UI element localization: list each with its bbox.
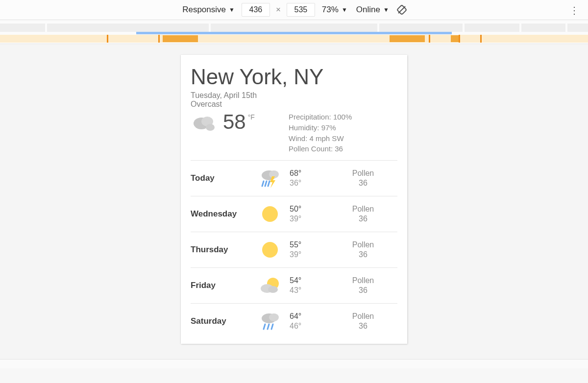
forecast-pollen-label: Pollen: [329, 204, 397, 214]
forecast-temps: 64° 46°: [290, 311, 329, 331]
svg-line-19: [268, 324, 269, 329]
zoom-label: 73%: [322, 5, 339, 15]
resize-handle-bottom[interactable]: ══: [285, 341, 302, 344]
forecast-pollen: Pollen 36: [329, 276, 397, 295]
svg-line-8: [262, 181, 264, 186]
location-title: New York, NY: [191, 65, 397, 89]
forecast-row: Wednesday 50° 39° Pollen 36: [191, 196, 397, 232]
weather-card: New York, NY Tuesday, April 15th Overcas…: [181, 55, 407, 339]
chevron-down-icon: ▼: [383, 6, 389, 13]
svg-point-4: [206, 124, 215, 131]
forecast-hi: 64°: [290, 311, 329, 321]
device-mode-dropdown[interactable]: Responsive ▼: [180, 4, 237, 16]
throttle-dropdown[interactable]: Online ▼: [354, 4, 391, 16]
device-mode-label: Responsive: [182, 5, 226, 15]
humidity-label: Humidity:: [289, 123, 319, 132]
overcast-icon: [191, 112, 218, 135]
forecast-lo: 39°: [290, 214, 329, 224]
device-frame: New York, NY Tuesday, April 15th Overcas…: [181, 55, 407, 344]
forecast-temps: 68° 36°: [290, 168, 329, 188]
forecast-pollen-label: Pollen: [329, 311, 397, 321]
viewport-width-input[interactable]: [242, 3, 270, 17]
svg-point-17: [269, 313, 279, 321]
forecast-pollen-label: Pollen: [329, 168, 397, 178]
forecast-temps: 50° 39°: [290, 204, 329, 224]
wind-value: 4 mph SW: [310, 134, 344, 143]
forecast-hi: 68°: [290, 168, 329, 178]
forecast-lo: 39°: [290, 250, 329, 260]
precipitation-value: 100%: [333, 113, 352, 121]
condition-label: Overcast: [191, 100, 397, 109]
precipitation-label: Precipitation:: [289, 113, 331, 121]
chevron-down-icon: ▼: [342, 6, 347, 13]
forecast-pollen: Pollen 36: [329, 204, 397, 224]
forecast-row: Today 68° 36°: [191, 160, 397, 196]
forecast-temps: 55° 39°: [290, 240, 329, 260]
status-bar: [0, 359, 588, 368]
device-ruler: [0, 20, 588, 44]
svg-point-15: [268, 286, 278, 293]
sunny-icon: [250, 203, 290, 225]
forecast-day: Saturday: [191, 316, 250, 326]
forecast-list: Today 68° 36°: [191, 160, 397, 339]
rotate-icon[interactable]: [396, 4, 408, 16]
forecast-hi: 54°: [290, 276, 329, 286]
forecast-day: Wednesday: [191, 209, 250, 219]
svg-point-12: [262, 242, 278, 258]
forecast-hi: 50°: [290, 204, 329, 214]
dimension-separator: ×: [275, 5, 282, 15]
rain-icon: [250, 311, 290, 332]
device-viewport-area: New York, NY Tuesday, April 15th Overcas…: [0, 44, 588, 368]
forecast-day: Thursday: [191, 245, 250, 255]
more-vert-icon[interactable]: ⋮: [569, 4, 579, 16]
forecast-row: Thursday 55° 39° Pollen 36: [191, 232, 397, 267]
forecast-row: Saturday 64° 46°: [191, 303, 397, 339]
forecast-pollen-value: 36: [329, 250, 397, 260]
forecast-lo: 36°: [290, 178, 329, 188]
ruler-row-2: [0, 34, 588, 44]
ruler-row-1: [0, 22, 588, 34]
thunder-rain-icon: [250, 168, 290, 189]
forecast-pollen-label: Pollen: [329, 240, 397, 250]
forecast-pollen: Pollen 36: [329, 168, 397, 188]
svg-point-11: [262, 206, 278, 222]
forecast-lo: 43°: [290, 286, 329, 295]
svg-line-10: [268, 181, 270, 186]
throttle-label: Online: [356, 5, 380, 15]
forecast-pollen-value: 36: [329, 214, 397, 224]
humidity-value: 97%: [321, 123, 336, 132]
forecast-pollen-value: 36: [329, 178, 397, 188]
forecast-pollen: Pollen 36: [329, 311, 397, 331]
svg-line-20: [271, 324, 273, 329]
svg-line-18: [264, 324, 265, 329]
pollen-count-label: Pollen Count:: [289, 144, 333, 153]
forecast-hi: 55°: [290, 240, 329, 250]
current-temp-value: 58: [223, 112, 246, 132]
current-temp: 58 °F: [223, 112, 255, 132]
svg-line-9: [265, 181, 267, 186]
forecast-temps: 54° 43°: [290, 276, 329, 295]
current-conditions: 58 °F Precipitation: 100% Humidity: 97% …: [191, 112, 397, 154]
date-label: Tuesday, April 15th: [191, 91, 397, 100]
forecast-pollen-label: Pollen: [329, 276, 397, 286]
sunny-icon: [250, 239, 290, 261]
zoom-dropdown[interactable]: 73% ▼: [320, 4, 349, 16]
wind-label: Wind:: [289, 134, 307, 143]
forecast-pollen: Pollen 36: [329, 240, 397, 260]
forecast-day: Today: [191, 173, 250, 183]
current-temp-unit: °F: [248, 114, 255, 132]
forecast-pollen-value: 36: [329, 321, 397, 331]
forecast-lo: 46°: [290, 321, 329, 331]
forecast-row: Friday 54° 43° Pollen 36: [191, 267, 397, 303]
device-toolbar: Responsive ▼ × 73% ▼ Online ▼ ⋮: [0, 0, 588, 20]
partly-cloudy-icon: [250, 275, 290, 296]
chevron-down-icon: ▼: [229, 6, 235, 13]
current-details: Precipitation: 100% Humidity: 97% Wind: …: [289, 112, 397, 154]
pollen-count-value: 36: [335, 144, 343, 153]
forecast-day: Friday: [191, 281, 250, 290]
viewport-height-input[interactable]: [287, 3, 315, 17]
forecast-pollen-value: 36: [329, 286, 397, 295]
